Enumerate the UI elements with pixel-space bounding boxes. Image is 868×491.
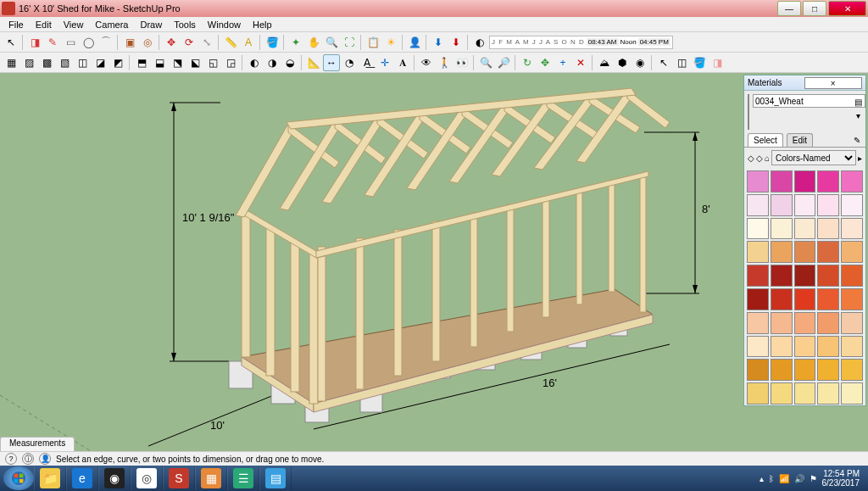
color-swatch[interactable]: [794, 241, 816, 263]
color-swatch[interactable]: [747, 265, 769, 287]
nav-fwd-icon[interactable]: ◇: [756, 153, 763, 163]
look-icon[interactable]: 👀: [453, 54, 470, 71]
tray-volume-icon[interactable]: 🔊: [794, 474, 804, 483]
menu-tools[interactable]: Tools: [169, 19, 201, 31]
color-swatch[interactable]: [771, 288, 793, 310]
minimize-button[interactable]: —: [777, 1, 801, 16]
color-swatch[interactable]: [747, 194, 769, 216]
tray-flag-icon[interactable]: ⚑: [810, 474, 817, 483]
3dtext-icon[interactable]: 𝐀: [394, 54, 411, 71]
color-swatch[interactable]: [817, 312, 839, 334]
rotate-icon[interactable]: ⟳: [181, 34, 198, 51]
component-icon[interactable]: ◫: [673, 54, 690, 71]
pan2-icon[interactable]: ✥: [537, 54, 554, 71]
pan-icon[interactable]: ✋: [305, 34, 322, 51]
maximize-button[interactable]: □: [803, 1, 826, 16]
task-app2[interactable]: ☰: [227, 466, 259, 490]
color-swatch[interactable]: [747, 170, 769, 192]
solid-subtract-icon[interactable]: ⬔: [169, 54, 186, 71]
color-swatch[interactable]: [771, 312, 793, 334]
zoom3-icon[interactable]: ✕: [572, 54, 589, 71]
help-icon[interactable]: ?: [5, 453, 17, 465]
shadow-toggle-icon[interactable]: ◐: [471, 34, 488, 51]
pencil-icon[interactable]: ✎: [44, 34, 61, 51]
color-swatch[interactable]: [817, 336, 839, 358]
tape-measure-icon[interactable]: 📐: [305, 54, 322, 71]
tray-network-icon[interactable]: 📶: [779, 474, 789, 483]
color-swatch[interactable]: [771, 218, 793, 240]
axes-icon[interactable]: ✛: [376, 54, 393, 71]
color-swatch[interactable]: [841, 288, 863, 310]
tray-bluetooth-icon[interactable]: ᛒ: [769, 474, 774, 483]
tab-select[interactable]: Select: [748, 133, 783, 147]
color-swatch[interactable]: [794, 359, 816, 381]
color-swatch[interactable]: [817, 382, 839, 405]
color-swatch[interactable]: [794, 382, 816, 405]
material-library-select[interactable]: Colors-Named: [771, 150, 856, 165]
menu-camera[interactable]: Camera: [90, 19, 133, 31]
color-swatch[interactable]: [841, 336, 863, 358]
color-swatch[interactable]: [817, 288, 839, 310]
task-sketchup[interactable]: S: [163, 466, 195, 490]
color-swatch[interactable]: [817, 194, 839, 216]
color-swatch[interactable]: [841, 359, 863, 381]
rectangle-icon[interactable]: ▭: [62, 34, 79, 51]
tape-icon[interactable]: 📏: [222, 34, 239, 51]
color-swatch[interactable]: [747, 336, 769, 358]
geo-icon[interactable]: ⓘ: [22, 453, 34, 465]
menu-view[interactable]: View: [58, 19, 89, 31]
color-swatch[interactable]: [841, 241, 863, 263]
section-display-icon[interactable]: ◑: [264, 54, 281, 71]
sun-icon[interactable]: ☀: [382, 34, 399, 51]
solid-split-icon[interactable]: ◱: [204, 54, 221, 71]
color-swatch[interactable]: [841, 218, 863, 240]
color-swatch[interactable]: [771, 359, 793, 381]
menu-window[interactable]: Window: [203, 19, 246, 31]
select2-icon[interactable]: ↖: [655, 54, 672, 71]
select-tool-icon[interactable]: ↖: [3, 34, 19, 51]
drape-icon[interactable]: ◉: [632, 54, 648, 71]
shaded-icon[interactable]: ▩: [38, 54, 55, 71]
position-camera-icon[interactable]: 👁: [418, 54, 435, 71]
color-swatch[interactable]: [841, 382, 863, 405]
arc-icon[interactable]: ⌒: [97, 34, 114, 51]
paint-icon[interactable]: 🪣: [264, 34, 281, 51]
zoom-icon[interactable]: 🔍: [323, 34, 340, 51]
color-swatch[interactable]: [747, 288, 769, 310]
color-swatch[interactable]: [817, 265, 839, 287]
prev-view-icon[interactable]: 🔍: [477, 54, 494, 71]
eraser2-icon[interactable]: ◨: [709, 54, 726, 71]
task-edge[interactable]: e: [66, 466, 98, 490]
color-swatch[interactable]: [841, 194, 863, 216]
scale-icon[interactable]: ⤡: [198, 34, 215, 51]
outliner-icon[interactable]: 📋: [364, 34, 381, 51]
task-chrome[interactable]: ◎: [131, 466, 163, 490]
offset-icon[interactable]: ◎: [139, 34, 156, 51]
color-swatch[interactable]: [817, 359, 839, 381]
library-menu-icon[interactable]: ▸: [858, 153, 862, 163]
extension-icon[interactable]: ⬇: [448, 34, 465, 51]
wireframe-icon[interactable]: ▦: [3, 54, 19, 71]
tray-up-icon[interactable]: ▴: [760, 474, 764, 483]
color-swatch[interactable]: [771, 241, 793, 263]
xray-icon[interactable]: ◪: [92, 54, 108, 71]
move-icon[interactable]: ✥: [163, 34, 180, 51]
color-swatch[interactable]: [794, 312, 816, 334]
user-icon[interactable]: 👤: [406, 34, 423, 51]
hidden-line-icon[interactable]: ▨: [20, 54, 37, 71]
color-swatch[interactable]: [794, 288, 816, 310]
back-edges-icon[interactable]: ◩: [109, 54, 126, 71]
color-swatch[interactable]: [771, 170, 793, 192]
orbit-icon[interactable]: ✦: [287, 34, 304, 51]
sandbox-icon[interactable]: ⛰: [596, 54, 613, 71]
color-swatch[interactable]: [771, 382, 793, 405]
circle-icon[interactable]: ◯: [80, 34, 97, 51]
color-swatch[interactable]: [747, 218, 769, 240]
start-button[interactable]: [3, 466, 34, 490]
color-swatch[interactable]: [794, 265, 816, 287]
materials-close-icon[interactable]: ×: [804, 77, 863, 89]
color-swatch[interactable]: [771, 194, 793, 216]
stamp-icon[interactable]: ⬢: [614, 54, 631, 71]
current-material-swatch[interactable]: [748, 94, 749, 130]
color-swatch[interactable]: [747, 241, 769, 263]
